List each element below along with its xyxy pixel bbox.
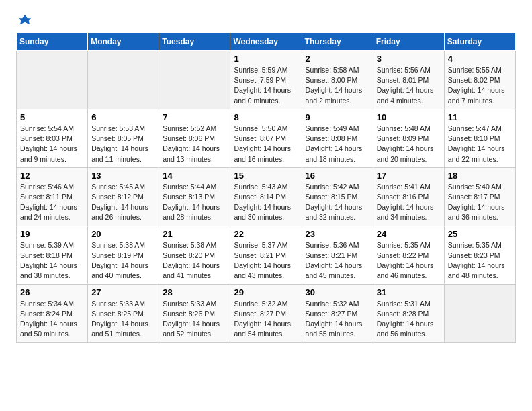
calendar-cell: [159, 51, 230, 109]
day-info: Sunrise: 5:43 AMSunset: 8:14 PMDaylight:…: [234, 182, 298, 223]
day-number: 3: [377, 54, 441, 64]
day-info: Sunrise: 5:37 AMSunset: 8:21 PMDaylight:…: [234, 240, 298, 281]
day-info: Sunrise: 5:38 AMSunset: 8:19 PMDaylight:…: [91, 240, 155, 281]
weekday-header-tuesday: Tuesday: [159, 33, 230, 51]
calendar-cell: 4Sunrise: 5:55 AMSunset: 8:02 PMDaylight…: [444, 51, 515, 109]
calendar-cell: [444, 284, 515, 342]
day-info: Sunrise: 5:33 AMSunset: 8:26 PMDaylight:…: [163, 299, 226, 340]
day-info: Sunrise: 5:42 AMSunset: 8:15 PMDaylight:…: [306, 182, 369, 223]
calendar-cell: 9Sunrise: 5:49 AMSunset: 8:08 PMDaylight…: [302, 109, 373, 167]
day-number: 24: [377, 229, 441, 239]
day-info: Sunrise: 5:34 AMSunset: 8:24 PMDaylight:…: [20, 299, 84, 340]
day-number: 13: [91, 171, 155, 181]
calendar-cell: 5Sunrise: 5:54 AMSunset: 8:03 PMDaylight…: [17, 109, 88, 167]
week-row-1: 1Sunrise: 5:59 AMSunset: 7:59 PMDaylight…: [17, 51, 516, 109]
weekday-header-wednesday: Wednesday: [230, 33, 302, 51]
day-number: 20: [91, 229, 155, 239]
logo-icon: [17, 13, 32, 28]
day-number: 2: [306, 54, 369, 64]
calendar-cell: 23Sunrise: 5:36 AMSunset: 8:21 PMDayligh…: [302, 226, 373, 284]
day-number: 11: [448, 112, 512, 122]
day-number: 7: [163, 112, 226, 122]
week-row-5: 26Sunrise: 5:34 AMSunset: 8:24 PMDayligh…: [17, 284, 516, 342]
week-row-2: 5Sunrise: 5:54 AMSunset: 8:03 PMDaylight…: [17, 109, 516, 167]
day-number: 12: [20, 171, 84, 181]
page: SundayMondayTuesdayWednesdayThursdayFrid…: [0, 0, 532, 356]
weekday-header-friday: Friday: [373, 33, 444, 51]
weekday-header-saturday: Saturday: [444, 33, 515, 51]
day-info: Sunrise: 5:56 AMSunset: 8:01 PMDaylight:…: [377, 65, 441, 106]
calendar-cell: 6Sunrise: 5:53 AMSunset: 8:05 PMDaylight…: [88, 109, 159, 167]
day-number: 14: [163, 171, 226, 181]
calendar-cell: 27Sunrise: 5:33 AMSunset: 8:25 PMDayligh…: [88, 284, 159, 342]
day-info: Sunrise: 5:54 AMSunset: 8:03 PMDaylight:…: [20, 124, 84, 165]
day-number: 29: [234, 287, 298, 298]
day-info: Sunrise: 5:41 AMSunset: 8:16 PMDaylight:…: [377, 182, 441, 223]
day-number: 1: [234, 54, 298, 64]
day-number: 18: [448, 171, 512, 181]
calendar-cell: 2Sunrise: 5:58 AMSunset: 8:00 PMDaylight…: [302, 51, 373, 109]
day-info: Sunrise: 5:47 AMSunset: 8:10 PMDaylight:…: [448, 124, 512, 165]
day-number: 6: [91, 112, 155, 122]
day-number: 25: [448, 229, 512, 239]
day-number: 30: [306, 287, 369, 298]
day-info: Sunrise: 5:53 AMSunset: 8:05 PMDaylight:…: [91, 124, 155, 165]
calendar-cell: 28Sunrise: 5:33 AMSunset: 8:26 PMDayligh…: [159, 284, 230, 342]
calendar-cell: 22Sunrise: 5:37 AMSunset: 8:21 PMDayligh…: [230, 226, 302, 284]
day-number: 8: [234, 112, 298, 122]
day-info: Sunrise: 5:35 AMSunset: 8:23 PMDaylight:…: [448, 240, 512, 281]
day-info: Sunrise: 5:36 AMSunset: 8:21 PMDaylight:…: [306, 240, 369, 281]
calendar-cell: [88, 51, 159, 109]
day-number: 27: [91, 287, 155, 298]
day-info: Sunrise: 5:33 AMSunset: 8:25 PMDaylight:…: [91, 299, 155, 340]
logo-text: [16, 13, 32, 28]
weekday-header-sunday: Sunday: [17, 33, 88, 51]
calendar-cell: 3Sunrise: 5:56 AMSunset: 8:01 PMDaylight…: [373, 51, 444, 109]
day-info: Sunrise: 5:52 AMSunset: 8:06 PMDaylight:…: [163, 124, 226, 165]
week-row-3: 12Sunrise: 5:46 AMSunset: 8:11 PMDayligh…: [17, 167, 516, 226]
logo: [16, 13, 32, 26]
day-number: 5: [20, 112, 84, 122]
day-number: 16: [306, 171, 369, 181]
day-info: Sunrise: 5:40 AMSunset: 8:17 PMDaylight:…: [448, 182, 512, 223]
day-info: Sunrise: 5:59 AMSunset: 7:59 PMDaylight:…: [234, 65, 298, 106]
day-number: 21: [163, 229, 226, 239]
calendar-cell: 25Sunrise: 5:35 AMSunset: 8:23 PMDayligh…: [444, 226, 515, 284]
calendar-cell: 16Sunrise: 5:42 AMSunset: 8:15 PMDayligh…: [302, 167, 373, 226]
calendar-cell: 1Sunrise: 5:59 AMSunset: 7:59 PMDaylight…: [230, 51, 302, 109]
day-number: 17: [377, 171, 441, 181]
day-number: 22: [234, 229, 298, 239]
day-info: Sunrise: 5:31 AMSunset: 8:28 PMDaylight:…: [377, 299, 441, 340]
day-info: Sunrise: 5:44 AMSunset: 8:13 PMDaylight:…: [163, 182, 226, 223]
day-number: 31: [377, 287, 441, 298]
day-info: Sunrise: 5:55 AMSunset: 8:02 PMDaylight:…: [448, 65, 512, 106]
day-info: Sunrise: 5:58 AMSunset: 8:00 PMDaylight:…: [306, 65, 369, 106]
calendar-cell: 30Sunrise: 5:32 AMSunset: 8:27 PMDayligh…: [302, 284, 373, 342]
day-info: Sunrise: 5:50 AMSunset: 8:07 PMDaylight:…: [234, 124, 298, 165]
calendar-cell: 15Sunrise: 5:43 AMSunset: 8:14 PMDayligh…: [230, 167, 302, 226]
calendar-cell: 31Sunrise: 5:31 AMSunset: 8:28 PMDayligh…: [373, 284, 444, 342]
weekday-header-row: SundayMondayTuesdayWednesdayThursdayFrid…: [17, 33, 516, 51]
calendar: SundayMondayTuesdayWednesdayThursdayFrid…: [16, 32, 516, 342]
weekday-header-monday: Monday: [88, 33, 159, 51]
week-row-4: 19Sunrise: 5:39 AMSunset: 8:18 PMDayligh…: [17, 226, 516, 284]
calendar-cell: 18Sunrise: 5:40 AMSunset: 8:17 PMDayligh…: [444, 167, 515, 226]
day-number: 15: [234, 171, 298, 181]
day-info: Sunrise: 5:45 AMSunset: 8:12 PMDaylight:…: [91, 182, 155, 223]
day-info: Sunrise: 5:32 AMSunset: 8:27 PMDaylight:…: [306, 299, 369, 340]
day-info: Sunrise: 5:39 AMSunset: 8:18 PMDaylight:…: [20, 240, 84, 281]
calendar-cell: 11Sunrise: 5:47 AMSunset: 8:10 PMDayligh…: [444, 109, 515, 167]
day-number: 23: [306, 229, 369, 239]
day-number: 9: [306, 112, 369, 122]
calendar-cell: 13Sunrise: 5:45 AMSunset: 8:12 PMDayligh…: [88, 167, 159, 226]
day-info: Sunrise: 5:35 AMSunset: 8:22 PMDaylight:…: [377, 240, 441, 281]
calendar-cell: 29Sunrise: 5:32 AMSunset: 8:27 PMDayligh…: [230, 284, 302, 342]
weekday-header-thursday: Thursday: [302, 33, 373, 51]
calendar-cell: 17Sunrise: 5:41 AMSunset: 8:16 PMDayligh…: [373, 167, 444, 226]
calendar-cell: 10Sunrise: 5:48 AMSunset: 8:09 PMDayligh…: [373, 109, 444, 167]
day-number: 10: [377, 112, 441, 122]
day-info: Sunrise: 5:46 AMSunset: 8:11 PMDaylight:…: [20, 182, 84, 223]
day-info: Sunrise: 5:32 AMSunset: 8:27 PMDaylight:…: [234, 299, 298, 340]
calendar-cell: 24Sunrise: 5:35 AMSunset: 8:22 PMDayligh…: [373, 226, 444, 284]
calendar-cell: [17, 51, 88, 109]
